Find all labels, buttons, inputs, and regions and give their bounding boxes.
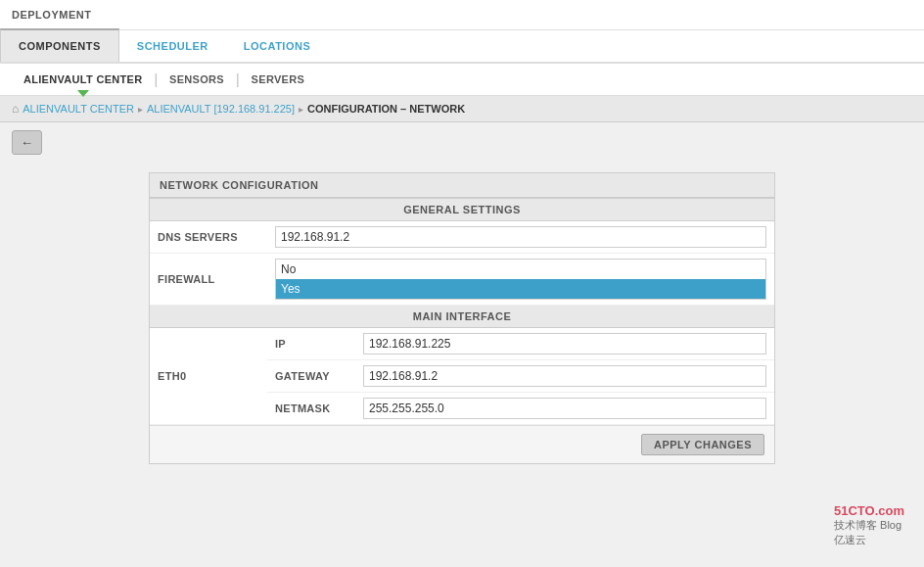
netmask-input[interactable] [363, 398, 766, 419]
gateway-label: GATEWAY [267, 360, 355, 393]
main-content: NETWORK CONFIGURATION GENERAL SETTINGS D… [0, 163, 924, 484]
firewall-option-no[interactable]: No [276, 260, 765, 279]
breadcrumb-sep-2: ▸ [299, 104, 303, 115]
firewall-dropdown-open: No Yes [275, 259, 766, 300]
config-table: GENERAL SETTINGS DNS SERVERS FIREWALL No… [150, 198, 774, 425]
home-icon: ⌂ [12, 102, 19, 116]
breadcrumb-sep-1: ▸ [138, 104, 143, 115]
firewall-label: FIREWALL [150, 254, 267, 306]
subnav-sensors[interactable]: SENSORS [158, 70, 236, 89]
breadcrumb-current: CONFIGURATION – NETWORK [307, 103, 465, 115]
back-button[interactable]: ← [12, 130, 42, 155]
main-interface-header: MAIN INTERFACE [150, 306, 774, 328]
dns-servers-label: DNS SERVERS [150, 221, 267, 254]
eth0-ip-row: ETH0 IP [150, 328, 774, 360]
breadcrumb-home[interactable]: ALIENVAULT CENTER [23, 103, 134, 115]
tab-components[interactable]: COMPONENTS [0, 28, 119, 62]
tab-scheduler[interactable]: SCHEDULER [119, 30, 226, 62]
ip-input[interactable] [363, 333, 766, 354]
breadcrumb-middle[interactable]: ALIENVAULT [192.168.91.225] [147, 103, 295, 115]
page-title: DEPLOYMENT [12, 9, 91, 21]
general-settings-header-row: GENERAL SETTINGS [150, 199, 774, 221]
firewall-row: FIREWALL No Yes [150, 254, 774, 306]
apply-changes-button[interactable]: APPLY CHANGES [641, 434, 764, 455]
dns-servers-row: DNS SERVERS [150, 221, 774, 254]
subnav-servers[interactable]: SERVERS [240, 70, 316, 89]
gateway-input[interactable] [363, 365, 766, 387]
network-config-panel: NETWORK CONFIGURATION GENERAL SETTINGS D… [149, 172, 775, 464]
breadcrumb: ⌂ ALIENVAULT CENTER ▸ ALIENVAULT [192.16… [0, 96, 924, 122]
sub-nav: ALIENVAULT CENTER | SENSORS | SERVERS [0, 64, 924, 96]
subnav-alienvault-center[interactable]: ALIENVAULT CENTER [12, 70, 154, 89]
apply-row: APPLY CHANGES [150, 425, 774, 463]
eth0-label: ETH0 [150, 328, 267, 425]
tabs-bar: COMPONENTS SCHEDULER LOCATIONS [0, 30, 924, 64]
general-settings-header: GENERAL SETTINGS [150, 199, 774, 221]
back-btn-bar: ← [0, 122, 924, 163]
netmask-label: NETMASK [267, 393, 355, 425]
tab-locations[interactable]: LOCATIONS [226, 30, 328, 62]
ip-label: IP [267, 328, 355, 360]
firewall-option-yes[interactable]: Yes [276, 279, 765, 299]
panel-title: NETWORK CONFIGURATION [150, 173, 774, 198]
main-interface-header-row: MAIN INTERFACE [150, 306, 774, 328]
dns-servers-input[interactable] [275, 226, 766, 248]
page-header: DEPLOYMENT [0, 0, 924, 30]
firewall-dropdown[interactable]: No Yes [275, 259, 766, 300]
